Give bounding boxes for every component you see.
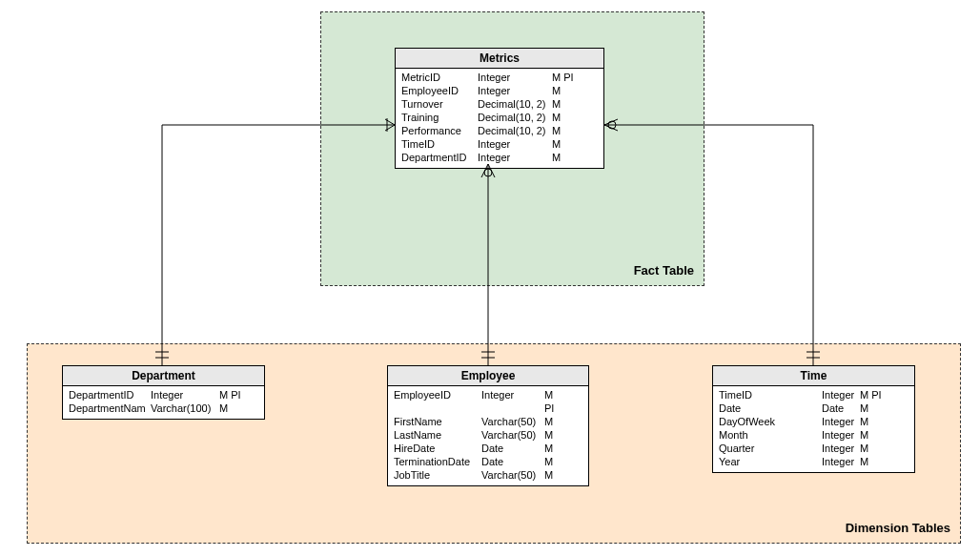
- col-name: DepartmentID: [401, 151, 478, 164]
- col-name: TimeID: [719, 388, 822, 402]
- entity-metrics: Metrics MetricIDIntegerM PIEmployeeIDInt…: [395, 48, 604, 169]
- entity-row: TimeIDIntegerM: [401, 137, 598, 151]
- col-name: EmployeeID: [394, 388, 481, 415]
- col-type: Varchar(50): [481, 428, 544, 442]
- col-name: EmployeeID: [401, 84, 478, 97]
- col-name: DepartmentID: [69, 388, 151, 402]
- col-type: Decimal(10, 2): [478, 124, 552, 137]
- col-name: Training: [401, 111, 478, 124]
- col-flags: M: [552, 97, 581, 111]
- dim-label: Dimension Tables: [846, 521, 950, 535]
- col-flags: M PI: [544, 388, 565, 415]
- entity-row: QuarterIntegerM: [719, 442, 909, 455]
- col-type: Decimal(10, 2): [478, 97, 552, 111]
- col-name: DayOfWeek: [719, 415, 822, 428]
- entity-row: EmployeeIDIntegerM: [401, 84, 598, 97]
- col-type: Integer: [478, 137, 552, 151]
- entity-time: Time TimeIDIntegerM PIDateDateMDayOfWeek…: [712, 365, 915, 473]
- col-type: Decimal(10, 2): [478, 111, 552, 124]
- entity-row: EmployeeIDIntegerM PI: [394, 388, 582, 415]
- col-type: Varchar(100): [151, 402, 219, 415]
- col-type: Integer: [478, 151, 552, 164]
- col-name: Date: [719, 402, 822, 415]
- entity-row: DayOfWeekIntegerM: [719, 415, 909, 428]
- col-type: Integer: [151, 388, 219, 402]
- col-type: Varchar(50): [481, 468, 544, 482]
- col-type: Date: [822, 402, 860, 415]
- col-name: MetricID: [401, 71, 478, 84]
- entity-row: LastNameVarchar(50)M: [394, 428, 582, 442]
- col-flags: M: [552, 151, 581, 164]
- col-flags: M: [219, 402, 250, 415]
- col-type: Integer: [822, 442, 860, 455]
- col-name: FirstName: [394, 415, 481, 428]
- entity-row: TimeIDIntegerM PI: [719, 388, 909, 402]
- entity-metrics-title: Metrics: [396, 49, 603, 69]
- col-type: Integer: [822, 428, 860, 442]
- col-type: Integer: [822, 388, 860, 402]
- col-type: Integer: [481, 388, 544, 415]
- col-flags: M: [544, 455, 565, 468]
- col-flags: M: [552, 124, 581, 137]
- col-flags: M: [552, 137, 581, 151]
- col-name: DepartmentNam: [69, 402, 151, 415]
- col-name: HireDate: [394, 442, 481, 455]
- entity-department-title: Department: [63, 366, 264, 386]
- col-flags: M: [552, 84, 581, 97]
- entity-row: PerformanceDecimal(10, 2)M: [401, 124, 598, 137]
- entity-row: JobTitleVarchar(50)M: [394, 468, 582, 482]
- col-flags: M: [552, 111, 581, 124]
- entity-time-title: Time: [713, 366, 914, 386]
- col-name: Turnover: [401, 97, 478, 111]
- col-name: Month: [719, 428, 822, 442]
- col-flags: M: [860, 402, 890, 415]
- entity-department-body: DepartmentIDIntegerM PIDepartmentNamVarc…: [63, 386, 264, 419]
- col-flags: M: [544, 415, 565, 428]
- col-flags: M PI: [552, 71, 581, 84]
- entity-employee-title: Employee: [388, 366, 588, 386]
- entity-row: DateDateM: [719, 402, 909, 415]
- entity-row: YearIntegerM: [719, 455, 909, 468]
- entity-row: HireDateDateM: [394, 442, 582, 455]
- entity-employee-body: EmployeeIDIntegerM PIFirstNameVarchar(50…: [388, 386, 588, 485]
- entity-metrics-body: MetricIDIntegerM PIEmployeeIDIntegerMTur…: [396, 69, 603, 168]
- col-type: Integer: [478, 84, 552, 97]
- fact-label: Fact Table: [634, 263, 694, 278]
- col-flags: M: [860, 428, 890, 442]
- col-type: Integer: [478, 71, 552, 84]
- entity-row: TurnoverDecimal(10, 2)M: [401, 97, 598, 111]
- entity-row: DepartmentNamVarchar(100)M: [69, 402, 258, 415]
- col-type: Integer: [822, 455, 860, 468]
- col-name: TimeID: [401, 137, 478, 151]
- col-flags: M: [860, 415, 890, 428]
- col-name: LastName: [394, 428, 481, 442]
- col-type: Date: [481, 455, 544, 468]
- col-name: Quarter: [719, 442, 822, 455]
- col-flags: M: [544, 442, 565, 455]
- col-type: Varchar(50): [481, 415, 544, 428]
- entity-row: FirstNameVarchar(50)M: [394, 415, 582, 428]
- entity-row: DepartmentIDIntegerM PI: [69, 388, 258, 402]
- col-name: Year: [719, 455, 822, 468]
- entity-row: TerminationDateDateM: [394, 455, 582, 468]
- col-flags: M: [860, 442, 890, 455]
- col-flags: M PI: [860, 388, 890, 402]
- entity-row: DepartmentIDIntegerM: [401, 151, 598, 164]
- col-name: JobTitle: [394, 468, 481, 482]
- col-name: TerminationDate: [394, 455, 481, 468]
- col-type: Date: [481, 442, 544, 455]
- entity-row: MonthIntegerM: [719, 428, 909, 442]
- col-flags: M: [544, 428, 565, 442]
- col-flags: M: [860, 455, 890, 468]
- entity-department: Department DepartmentIDIntegerM PIDepart…: [62, 365, 265, 420]
- entity-time-body: TimeIDIntegerM PIDateDateMDayOfWeekInteg…: [713, 386, 914, 472]
- entity-row: MetricIDIntegerM PI: [401, 71, 598, 84]
- col-flags: M: [544, 468, 565, 482]
- col-name: Performance: [401, 124, 478, 137]
- entity-row: TrainingDecimal(10, 2)M: [401, 111, 598, 124]
- col-flags: M PI: [219, 388, 250, 402]
- entity-employee: Employee EmployeeIDIntegerM PIFirstNameV…: [387, 365, 589, 486]
- col-type: Integer: [822, 415, 860, 428]
